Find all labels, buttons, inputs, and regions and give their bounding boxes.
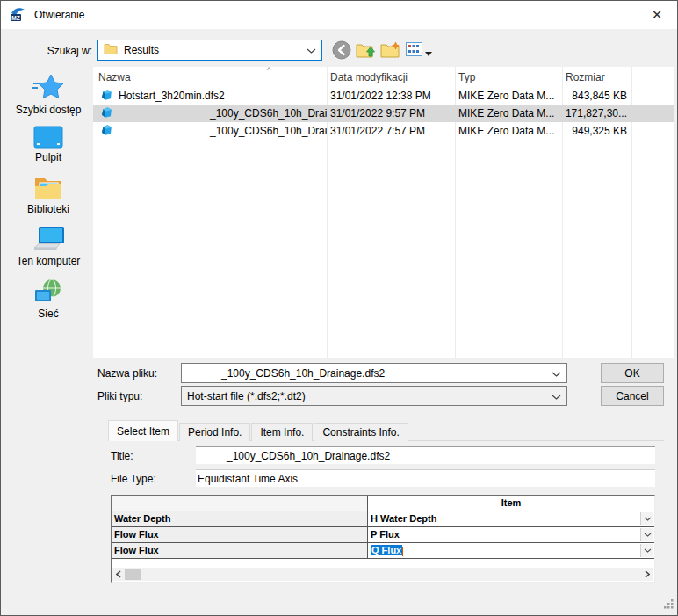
file-type: MIKE Zero Data M... [455,125,562,137]
file-name-value: _100y_CDS6h_10h_Drainage.dfs2 [187,367,385,380]
title-field[interactable]: _100y_CDS6h_10h_Drainage.dfs2 [196,446,655,464]
file-size: 171,827,30... [562,107,631,120]
cancel-button[interactable]: Cancel [601,386,664,406]
column-header-type[interactable]: Typ [455,67,562,87]
file-row[interactable]: Hotstart_3h20min.dfs2 31/01/2022 12:38 P… [93,87,674,105]
dfs2-file-icon [99,105,113,122]
item-value-selected: Q Flux [371,545,402,555]
item-value-cell[interactable]: P Flux [368,527,654,542]
item-row: Water Depth H Water Depth [112,511,654,526]
file-name: _100y_CDS6h_10h_Drainage_stat.dfs... [210,125,327,137]
chevron-down-icon[interactable] [640,512,653,525]
column-header-name[interactable]: Nazwa [93,67,327,87]
item-row-header: Water Depth [112,511,368,526]
window-title: Otwieranie [34,9,84,21]
chevron-down-icon [552,367,561,380]
network-icon [4,279,92,305]
item-row-header: Flow Flux [112,543,368,558]
sidebar-item-label: Pulpit [4,151,92,163]
file-row[interactable]: _100y_CDS6h_10h_Drainage_stat.dfs... 31/… [93,122,674,140]
scroll-left-icon[interactable] [112,568,125,581]
look-in-combobox[interactable]: Results [97,40,322,61]
titlebar: MZ Otwieranie ✕ [1,1,677,29]
sidebar-item-label: Ten komputer [4,255,92,267]
new-folder-icon[interactable] [380,41,400,61]
item-table-corner-cell [112,496,368,511]
chevron-down-icon[interactable] [640,544,653,557]
desktop-icon [4,126,92,149]
item-value-cell[interactable]: H Water Depth [368,511,654,526]
file-size: 843,845 KB [562,90,631,102]
item-value: P Flux [371,529,400,540]
column-header-size[interactable]: Rozmiar [562,67,631,87]
tab-item-info[interactable]: Item Info. [251,423,313,441]
sidebar-item-desktop[interactable]: Pulpit [4,126,92,163]
file-name: Hotstart_3h20min.dfs2 [119,90,225,102]
file-type: MIKE Zero Data M... [455,107,562,120]
tab-constraints-info[interactable]: Constraints Info. [314,423,408,441]
sidebar-item-label: Biblioteki [4,203,92,215]
libraries-icon [4,175,92,200]
file-type-label: Pliki typu: [97,390,142,402]
item-column-header: Item [368,496,654,511]
close-icon[interactable]: ✕ [646,4,668,26]
look-in-value: Results [124,44,159,56]
file-list-header: Nazwa Data modyfikacji Typ Rozmiar [93,67,674,87]
scroll-right-icon[interactable] [641,568,653,581]
chevron-down-icon [552,390,561,402]
this-pc-icon [4,226,92,252]
file-modified: 31/01/2022 7:57 PM [327,125,455,137]
chevron-down-icon[interactable] [640,528,653,541]
open-file-dialog: MZ Otwieranie ✕ Szukaj w: Results [0,0,678,616]
title-label: Title: [111,450,133,462]
file-type: MIKE Zero Data M... [455,90,562,102]
back-icon[interactable] [332,40,351,62]
file-name-label: Nazwa pliku: [97,367,157,380]
file-modified: 31/01/2022 9:57 PM [327,107,455,120]
up-folder-icon[interactable] [356,41,377,62]
file-type-info-field[interactable]: Equidistant Time Axis [196,469,655,487]
sidebar-item-this-pc[interactable]: Ten komputer [4,226,92,267]
file-modified: 31/01/2022 12:38 PM [327,90,455,102]
file-type-combobox[interactable]: Hot-start file (*.dfs2;*.dt2) [181,386,567,406]
file-name: _100y_CDS6h_10h_Drainage.dfs2 [210,107,327,120]
file-type-value: Hot-start file (*.dfs2;*.dt2) [187,390,306,402]
look-in-label: Szukaj w: [32,45,92,57]
text-caret [402,547,403,556]
column-header-modified[interactable]: Data modyfikacji [327,67,455,87]
mike-zero-app-icon: MZ [10,5,27,25]
tab-select-item[interactable]: Select Item [108,420,178,441]
ok-button[interactable]: OK [601,363,664,383]
sidebar-item-quick-access[interactable]: Szybki dostęp [4,73,92,116]
scrollbar-thumb[interactable] [125,569,141,580]
file-name-combobox[interactable]: _100y_CDS6h_10h_Drainage.dfs2 [181,363,567,383]
tab-period-info[interactable]: Period Info. [179,423,250,441]
svg-text:MZ: MZ [11,14,19,20]
file-size: 949,325 KB [562,125,631,137]
sidebar-item-label: Szybki dostęp [4,104,92,116]
folder-icon [104,43,118,57]
item-selection-panel: Item Water Depth H Water Depth Flow Flux… [111,495,655,583]
sidebar-item-network[interactable]: Sieć [4,279,92,320]
item-value: H Water Depth [371,513,436,524]
horizontal-scrollbar[interactable] [112,568,653,581]
sidebar-item-label: Sieć [4,308,92,320]
views-dropdown-caret-icon[interactable] [425,47,432,59]
views-icon[interactable] [406,42,422,59]
chevron-down-icon [307,44,316,56]
dfs2-file-icon [99,123,113,140]
quick-access-star-icon [4,73,92,101]
dfs2-file-icon [99,88,113,105]
item-row-selected: Flow Flux Q Flux [112,542,654,558]
tab-strip: Select Item Period Info. Item Info. Cons… [108,420,409,441]
item-value-cell[interactable]: Q Flux [368,543,654,558]
item-table: Item Water Depth H Water Depth Flow Flux… [112,496,654,559]
file-row-selected[interactable]: _100y_CDS6h_10h_Drainage.dfs2 31/01/2022… [93,105,674,122]
item-row-header: Flow Flux [112,527,368,542]
file-list: ^ Nazwa Data modyfikacji Typ Rozmiar Hot… [93,67,674,358]
item-row: Flow Flux P Flux [112,526,654,542]
sidebar-item-libraries[interactable]: Biblioteki [4,175,92,215]
file-type-info-label: File Type: [111,473,156,485]
resize-grip-icon[interactable] [663,598,674,612]
